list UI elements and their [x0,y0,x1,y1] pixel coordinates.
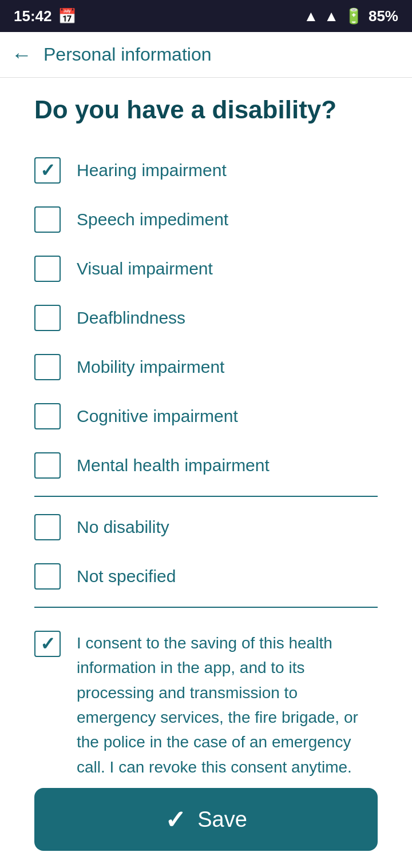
divider-1 [34,496,378,497]
label-not-specified: Not specified [77,564,176,588]
status-bar: 15:42 📅 ▲ ▲ 🔋 85% [0,0,412,32]
checkmark-hearing: ✓ [40,161,56,180]
app-bar: ← Personal information [0,32,412,78]
label-speech: Speech impediment [77,208,228,232]
divider-2 [34,607,378,608]
checkbox-hearing[interactable]: ✓ Hearing impairment [34,146,378,195]
wifi-icon: ▲ [303,7,318,25]
label-no-disability: No disability [77,515,169,539]
checkbox-mobility[interactable]: Mobility impairment [34,343,378,392]
disability-checkbox-group: ✓ Hearing impairment Speech impediment V… [34,146,378,797]
back-icon: ← [11,43,32,66]
checkbox-deafblindness[interactable]: Deafblindness [34,293,378,343]
checkbox-box-no-disability[interactable] [34,514,61,540]
label-deafblindness: Deafblindness [77,306,185,330]
calendar-icon: 📅 [58,7,76,25]
checkbox-no-disability[interactable]: No disability [34,503,378,552]
checkbox-box-consent[interactable]: ✓ [34,631,61,657]
label-hearing: Hearing impairment [77,158,227,182]
battery-icon: 🔋 [344,7,363,25]
label-visual: Visual impairment [77,257,213,281]
checkbox-box-hearing[interactable]: ✓ [34,157,61,184]
checkbox-cognitive[interactable]: Cognitive impairment [34,392,378,441]
checkbox-box-not-specified[interactable] [34,563,61,590]
save-button[interactable]: ✓ Save [34,788,378,851]
checkbox-mental[interactable]: Mental health impairment [34,441,378,490]
save-button-container: ✓ Save [0,788,412,868]
label-mobility: Mobility impairment [77,355,224,379]
checkbox-box-cognitive[interactable] [34,403,61,429]
consent-text: I consent to the saving of this health i… [77,631,378,779]
checkmark-consent: ✓ [40,635,56,653]
checkbox-box-mobility[interactable] [34,354,61,380]
status-left: 15:42 📅 [14,7,76,25]
battery-text: 85% [369,7,398,25]
status-right: ▲ ▲ 🔋 85% [303,7,398,25]
label-cognitive: Cognitive impairment [77,404,238,428]
checkbox-consent[interactable]: ✓ I consent to the saving of this health… [34,614,378,797]
checkbox-speech[interactable]: Speech impediment [34,195,378,244]
main-content: Do you have a disability? ✓ Hearing impa… [0,78,412,865]
checkbox-box-mental[interactable] [34,452,61,479]
signal-icon: ▲ [324,7,339,25]
section-title: Do you have a disability? [34,95,378,125]
save-checkmark-icon: ✓ [165,805,186,834]
status-time: 15:42 [14,7,52,25]
checkbox-not-specified[interactable]: Not specified [34,552,378,601]
checkbox-box-visual[interactable] [34,256,61,282]
checkbox-box-deafblindness[interactable] [34,305,61,331]
label-mental: Mental health impairment [77,453,270,477]
back-button[interactable]: ← [11,45,32,65]
checkbox-visual[interactable]: Visual impairment [34,244,378,293]
app-bar-title: Personal information [43,44,211,65]
save-button-label: Save [197,807,247,832]
checkbox-box-speech[interactable] [34,206,61,233]
